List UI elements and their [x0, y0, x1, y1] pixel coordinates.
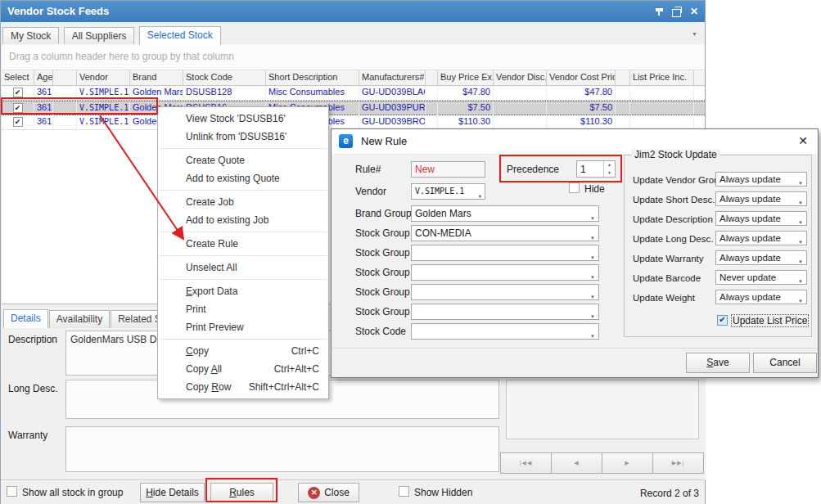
show-hidden-checkbox[interactable] [399, 486, 409, 497]
menu-item-add-existing-quote[interactable]: Add to existing Quote [158, 169, 328, 187]
dialog-close-icon[interactable]: ✕ [796, 133, 810, 148]
close-button-label: Close [324, 484, 350, 502]
menu-item-create-quote[interactable]: Create Quote [158, 151, 328, 169]
stock-group-2-label: Stock Group 2 [355, 247, 418, 259]
column-header-select[interactable]: Select [2, 70, 34, 85]
close-icon[interactable]: ✕ [690, 1, 698, 22]
menu-item-add-existing-job[interactable]: Add to existing Job [158, 211, 328, 229]
update-weight-combobox[interactable]: Always update▼ [715, 290, 807, 304]
menu-item-copy[interactable]: Ctrl+CCopy [158, 342, 328, 360]
column-header-buy-price[interactable]: Buy Price Ex. [438, 70, 494, 85]
menu-item-copy-row[interactable]: Shift+Ctrl+Alt+CCopy Row [158, 378, 328, 396]
stock-group-5-combobox[interactable]: ▼ [411, 304, 599, 320]
save-button[interactable]: Save [686, 353, 750, 373]
rules-button[interactable]: Rules [210, 483, 273, 502]
tab-my-stock[interactable]: My Stock [2, 27, 59, 45]
record-navigator: |◀◀ ◀ ▶ ▶▶| [501, 452, 704, 474]
top-tabbar: My Stock All Suppliers Selected Stock ▼ [1, 22, 705, 45]
precedence-spinner[interactable]: 1 ▲ ▼ [576, 160, 616, 178]
column-header-short-description[interactable]: Short Description [266, 70, 359, 85]
chevron-down-icon: ▼ [798, 275, 803, 285]
cell-age: 361 [34, 101, 53, 115]
column-header-blank1[interactable] [53, 70, 77, 85]
menu-item-create-rule[interactable]: Create Rule [158, 235, 328, 253]
chevron-down-icon: ▼ [590, 309, 595, 320]
menu-item-view-stock[interactable]: View Stock 'DSUSB16' [158, 110, 328, 128]
new-rule-dialog: e New Rule ✕ Rule# New Precedence 1 ▲ ▼ … [331, 128, 819, 378]
close-button[interactable]: ✕ Close [298, 483, 359, 502]
update-long-desc-combobox[interactable]: Always update▼ [715, 231, 807, 245]
group-by-panel[interactable]: Drag a column header here to group by th… [2, 44, 705, 70]
update-barcode-label: Update Barcode [633, 272, 701, 286]
menu-item-unselect-all[interactable]: Unselect All [158, 259, 328, 277]
row-select-checkbox[interactable]: ✔ [13, 117, 23, 127]
nav-prev-button[interactable]: ◀ [551, 452, 602, 474]
restore-icon[interactable] [672, 9, 681, 17]
menu-item-create-job[interactable]: Create Job [158, 193, 328, 211]
pin-icon[interactable] [656, 8, 663, 16]
update-list-price-checkbox[interactable]: ✔ [717, 315, 728, 326]
cell-age: 361 [34, 86, 53, 100]
tab-all-suppliers[interactable]: All Suppliers [64, 27, 135, 45]
menu-item-print[interactable]: Print [158, 300, 328, 318]
row-select-checkbox[interactable]: ✔ [13, 103, 23, 113]
menu-separator [160, 255, 327, 256]
column-header-vendor-cost[interactable]: Vendor Cost Price [547, 70, 616, 85]
column-header-vendor[interactable]: Vendor [77, 70, 130, 85]
column-header-list-price[interactable]: List Price Inc. [630, 70, 694, 85]
brand-group-combobox[interactable]: Golden Mars▼ [411, 205, 599, 222]
column-header-manufacturers[interactable]: Manufacturers# [359, 70, 426, 85]
update-vendor-group-combobox[interactable]: Always update▼ [715, 172, 807, 187]
update-list-price-label: Update List Price [732, 315, 808, 326]
chevron-down-icon: ▼ [798, 196, 803, 206]
update-description-combobox[interactable]: Always update▼ [715, 211, 807, 226]
hide-label: Hide [584, 183, 605, 195]
column-header-blank3[interactable] [616, 70, 630, 85]
stock-group-3-combobox[interactable]: ▼ [411, 264, 599, 281]
menu-separator [160, 279, 327, 280]
rule-number-field[interactable]: New [411, 161, 485, 178]
tab-selected-stock[interactable]: Selected Stock [139, 26, 221, 45]
update-short-desc-combobox[interactable]: Always update▼ [715, 191, 807, 206]
column-header-brand[interactable]: Brand [130, 70, 183, 85]
cancel-button[interactable]: Cancel [753, 353, 817, 373]
cell-vendor-cost: $7.50 [547, 101, 616, 115]
table-row-selected[interactable]: ✔361V.SIMPLE.1Golden MarsDSUSB16Misc Con… [2, 101, 705, 115]
chevron-down-icon: ▼ [590, 329, 595, 340]
stock-group-2-combobox[interactable]: ▼ [411, 245, 599, 261]
row-select-checkbox[interactable]: ✔ [13, 88, 23, 97]
stock-code-label: Stock Code [355, 326, 406, 337]
nav-first-button[interactable]: |◀◀ [500, 452, 552, 474]
stock-code-combobox[interactable]: ▼ [411, 323, 599, 340]
hide-details-button[interactable]: Hide Details [140, 483, 205, 502]
cell-vendor-disc [494, 86, 547, 100]
stock-group-1-combobox[interactable]: CON-MEDIA▼ [411, 225, 599, 241]
cell-buy-price: $110.30 [438, 115, 494, 129]
column-header-blank2[interactable] [426, 70, 438, 85]
spinner-up-icon[interactable]: ▲ [604, 161, 615, 169]
menu-item-unlink[interactable]: Unlink from 'DSUSB16' [158, 128, 328, 146]
update-barcode-combobox[interactable]: Never update▼ [715, 270, 807, 285]
menu-item-print-preview[interactable]: Print Preview [158, 318, 328, 336]
column-header-age[interactable]: Age [34, 70, 53, 85]
stock-group-4-combobox[interactable]: ▼ [411, 284, 599, 300]
grid-header-row: SelectAgeVendorBrandStock CodeShort Desc… [2, 70, 705, 86]
column-header-vendor-disc[interactable]: Vendor Disc. [494, 70, 547, 85]
nav-next-button[interactable]: ▶ [602, 452, 653, 474]
nav-last-button[interactable]: ▶▶| [652, 452, 704, 474]
cell-brand: Golden Mars [130, 86, 183, 100]
menu-item-copy-all[interactable]: Ctrl+Alt+CCopy All [158, 360, 328, 378]
column-header-stock-code[interactable]: Stock Code [183, 70, 266, 85]
update-warranty-combobox[interactable]: Always update▼ [715, 250, 807, 265]
tab-overflow-icon[interactable]: ▼ [692, 31, 697, 37]
warranty-field[interactable] [65, 426, 499, 472]
show-all-stock-checkbox[interactable] [7, 486, 17, 497]
vendor-combobox[interactable]: V.SIMPLE.1▼ [411, 183, 485, 200]
tab-details[interactable]: Details [3, 309, 48, 328]
hide-checkbox[interactable] [569, 182, 580, 193]
menu-item-export-data[interactable]: Export Data [158, 282, 328, 300]
spinner-down-icon[interactable]: ▼ [604, 169, 615, 178]
tab-availability[interactable]: Availability [49, 310, 110, 328]
table-row[interactable]: ✔361V.SIMPLE.1Golden MarsDSUSB128Misc Co… [2, 86, 705, 101]
record-status: Record 2 of 3 [640, 488, 699, 499]
